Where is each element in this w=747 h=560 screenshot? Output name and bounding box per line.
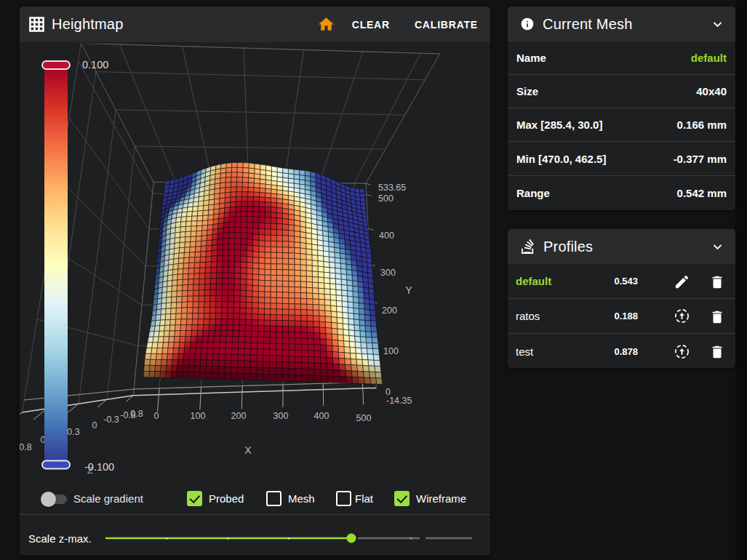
svg-text:X: X	[244, 444, 252, 456]
svg-text:-14.35: -14.35	[386, 396, 412, 406]
svg-text:300: 300	[273, 411, 289, 421]
svg-text:500: 500	[378, 193, 394, 204]
svg-text:100: 100	[191, 411, 206, 421]
svg-text:200: 200	[231, 411, 247, 421]
svg-text:100: 100	[383, 346, 399, 356]
svg-text:Y: Y	[405, 284, 412, 296]
svg-text:0: 0	[154, 411, 159, 421]
svg-text:0.100: 0.100	[82, 59, 108, 71]
svg-text:400: 400	[314, 411, 329, 421]
svg-text:200: 200	[382, 305, 397, 316]
svg-text:-0.100: -0.100	[84, 461, 114, 473]
svg-text:533.65: 533.65	[378, 183, 406, 193]
svg-text:400: 400	[379, 231, 394, 241]
svg-text:300: 300	[380, 268, 396, 278]
svg-text:500: 500	[356, 413, 372, 423]
